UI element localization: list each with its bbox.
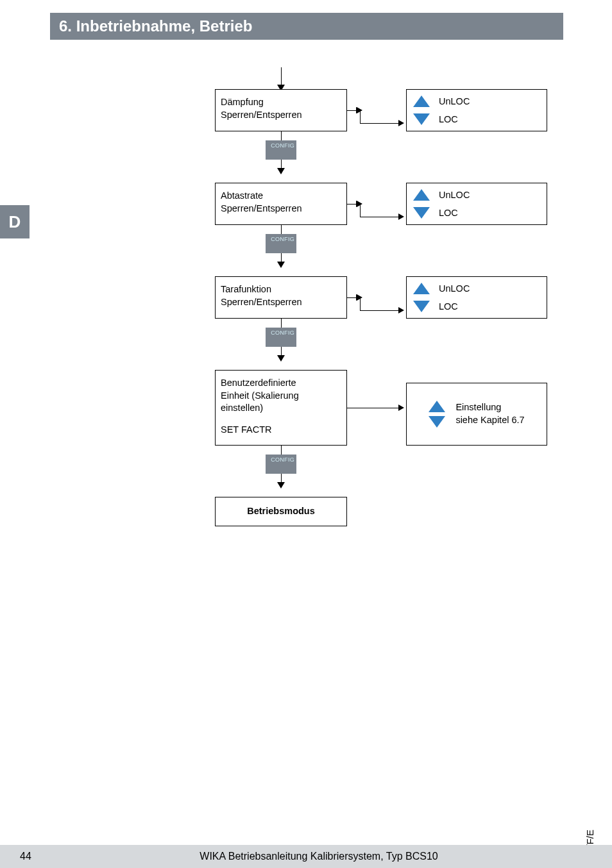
- connector-line: [281, 131, 282, 140]
- config-button-icon: CONFIG: [266, 455, 296, 474]
- diagram-left-box: Dämpfung Sperren/Entsperren: [215, 89, 347, 131]
- box-line: Sperren/Entsperren: [221, 109, 341, 122]
- config-label: CONFIG: [271, 330, 294, 336]
- triangle-down-icon: [413, 113, 430, 125]
- language-tab: D: [0, 205, 30, 238]
- spacer: [221, 415, 341, 424]
- text-line: siehe Kapitel 6.7: [455, 414, 524, 427]
- config-label: CONFIG: [271, 236, 294, 242]
- triangle-down-icon: [413, 301, 430, 312]
- config-label: CONFIG: [271, 142, 294, 149]
- footer-text: WIKA Betriebsanleitung Kalibriersystem, …: [51, 851, 612, 862]
- box-line: Einheit (Skalierung: [221, 390, 341, 403]
- diagram-right-box: UnLOC LOC: [406, 89, 547, 131]
- box-line: Tarafunktion: [221, 283, 341, 296]
- connector-line: [281, 225, 282, 234]
- diagram-right-box: UnLOC LOC: [406, 183, 547, 225]
- connector: CONFIG: [215, 446, 347, 497]
- diagram-left-box: Abtastrate Sperren/Entsperren: [215, 183, 347, 225]
- section-header: 6. Inbetriebnahme, Betrieb: [50, 13, 563, 40]
- entry-arrow-icon: [281, 67, 282, 89]
- option-row: LOC: [413, 113, 540, 125]
- diagram-row: Tarafunktion Sperren/Entsperren UnLOC LO…: [215, 276, 561, 319]
- option-row: UnLOC: [413, 96, 540, 107]
- triangle-up-icon: [429, 401, 445, 412]
- section-header-text: 6. Inbetriebnahme, Betrieb: [59, 17, 252, 35]
- arrow-right-icon: [360, 310, 402, 311]
- arrow-down-icon: [281, 347, 282, 360]
- diagram-final-box: Betriebsmodus: [215, 497, 347, 526]
- option-row: LOC: [413, 207, 540, 219]
- box-line: einstellen): [221, 402, 341, 415]
- connector-line: [281, 319, 282, 328]
- option-row: UnLOC: [413, 283, 540, 294]
- connector-line: [360, 297, 361, 310]
- box-line: Benutzerdefinierte: [221, 377, 341, 390]
- option-text: Einstellung siehe Kapitel 6.7: [455, 401, 524, 426]
- arrow-right-icon: [347, 408, 402, 408]
- option-label: UnLOC: [439, 96, 470, 106]
- diagram-right-box: UnLOC LOC: [406, 276, 547, 319]
- arrow-down-icon: [281, 253, 282, 266]
- box-line: Betriebsmodus: [247, 506, 315, 516]
- box-line: Sperren/Entsperren: [221, 296, 341, 309]
- diagram-row: Betriebsmodus: [215, 497, 561, 526]
- flow-diagram: Dämpfung Sperren/Entsperren UnLOC LOC CO…: [215, 67, 561, 526]
- triangle-up-icon: [413, 283, 430, 294]
- diagram-right-box: Einstellung siehe Kapitel 6.7: [406, 383, 547, 446]
- triangle-up-icon: [413, 189, 430, 201]
- box-line: Dämpfung: [221, 96, 341, 109]
- config-button-icon: CONFIG: [266, 328, 296, 347]
- triangle-down-icon: [429, 416, 445, 428]
- triangle-group: [429, 401, 445, 428]
- footer-bar: 44 WIKA Betriebsanleitung Kalibriersyste…: [0, 845, 612, 868]
- config-label: CONFIG: [271, 456, 294, 463]
- connector: CONFIG: [215, 131, 347, 183]
- option-label: UnLOC: [439, 190, 470, 200]
- box-line: Abtastrate: [221, 190, 341, 203]
- diagram-row: Dämpfung Sperren/Entsperren UnLOC LOC: [215, 89, 561, 131]
- box-line: Sperren/Entsperren: [221, 203, 341, 215]
- connector-line: [360, 204, 361, 217]
- arrow-down-icon: [281, 474, 282, 487]
- option-label: LOC: [439, 114, 458, 124]
- arrow-right-icon: [360, 217, 402, 217]
- diagram-row: Benutzerdefinierte Einheit (Skalierung e…: [215, 370, 561, 446]
- arrow-right-icon: [360, 123, 402, 124]
- triangle-down-icon: [413, 207, 430, 219]
- option-row: LOC: [413, 301, 540, 312]
- box-line: SET FACTR: [221, 424, 341, 437]
- option-label: LOC: [439, 301, 458, 312]
- connector: CONFIG: [215, 225, 347, 276]
- text-line: Einstellung: [455, 401, 524, 414]
- diagram-row: Abtastrate Sperren/Entsperren UnLOC LOC: [215, 183, 561, 225]
- diagram-left-box: Tarafunktion Sperren/Entsperren: [215, 276, 347, 319]
- arrow-down-icon: [281, 160, 282, 172]
- config-button-icon: CONFIG: [266, 140, 296, 160]
- diagram-left-box: Benutzerdefinierte Einheit (Skalierung e…: [215, 370, 347, 446]
- language-tab-label: D: [9, 212, 21, 232]
- option-row: UnLOC: [413, 189, 540, 201]
- option-label: UnLOC: [439, 283, 470, 294]
- option-label: LOC: [439, 208, 458, 218]
- connector-line: [360, 110, 361, 123]
- connector: CONFIG: [215, 319, 347, 370]
- page-number: 44: [0, 851, 51, 862]
- triangle-up-icon: [413, 96, 430, 107]
- config-button-icon: CONFIG: [266, 234, 296, 253]
- connector-line: [281, 446, 282, 455]
